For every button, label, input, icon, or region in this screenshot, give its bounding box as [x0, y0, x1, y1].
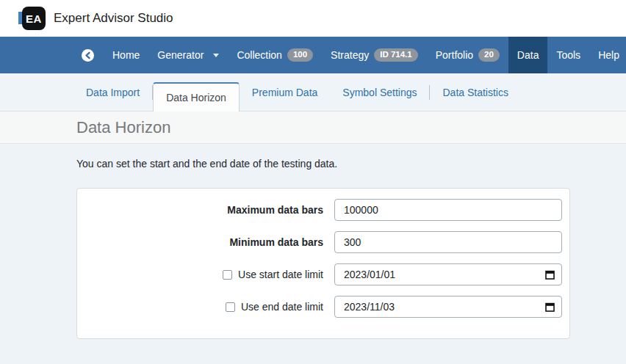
min-data-bars-input[interactable]: [334, 231, 562, 253]
form-row-end-date: Use end date limit 2023/11/03: [77, 296, 569, 318]
tab-data-import[interactable]: Data Import: [73, 87, 152, 98]
app-home-circle-button[interactable]: [72, 37, 104, 73]
calendar-icon[interactable]: [545, 302, 555, 312]
max-data-bars-input[interactable]: [334, 199, 562, 221]
portfolio-count-badge: 20: [478, 48, 500, 62]
app-title: Expert Advisor Studio: [54, 11, 173, 26]
tab-data-horizon[interactable]: Data Horizon: [153, 82, 240, 112]
use-start-date-checkbox[interactable]: [223, 270, 232, 280]
form-row-start-date: Use start date limit 2023/01/01: [77, 263, 569, 285]
end-date-input[interactable]: 2023/11/03: [334, 296, 562, 318]
form-row-max-bars: Maximum data bars: [77, 199, 569, 221]
tab-data-statistics[interactable]: Data Statistics: [430, 87, 520, 98]
caret-down-icon: [213, 54, 219, 57]
logo-ea-mark: EA: [22, 7, 46, 30]
nav-item-strategy[interactable]: Strategy ID 714.1: [322, 37, 427, 73]
nav-item-generator[interactable]: Generator: [148, 37, 228, 73]
start-date-input[interactable]: 2023/01/01: [334, 263, 562, 285]
strategy-id-badge: ID 714.1: [374, 48, 417, 62]
nav-item-home[interactable]: Home: [104, 37, 148, 73]
tab-premium-data[interactable]: Premium Data: [240, 87, 330, 98]
data-horizon-form-panel: Maximum data bars Minimum data bars Use …: [76, 188, 570, 339]
main-navbar: Home Generator Collection 100 Strategy I…: [0, 37, 626, 73]
form-row-min-bars: Minimum data bars: [77, 231, 569, 253]
page-content: You can set the start and the end date o…: [0, 144, 626, 339]
collection-count-badge: 100: [287, 48, 313, 62]
page-description: You can set the start and the end date o…: [76, 158, 626, 170]
use-end-date-checkbox[interactable]: [226, 302, 235, 312]
circle-left-arrow-icon: [82, 49, 94, 62]
min-data-bars-label: Minimum data bars: [229, 236, 323, 248]
app-logo[interactable]: EA: [22, 7, 46, 30]
max-data-bars-label: Maximum data bars: [227, 204, 323, 216]
nav-item-collection[interactable]: Collection 100: [228, 37, 322, 73]
calendar-icon[interactable]: [545, 269, 555, 280]
use-end-date-label[interactable]: Use end date limit: [241, 301, 323, 313]
tab-symbol-settings[interactable]: Symbol Settings: [330, 87, 429, 98]
top-bar: EA Expert Advisor Studio: [0, 0, 626, 37]
page-title: Data Horizon: [76, 118, 170, 137]
nav-item-help[interactable]: Help: [589, 37, 626, 73]
page-header: Data Horizon: [0, 112, 626, 144]
nav-item-data[interactable]: Data: [508, 37, 548, 73]
use-start-date-label[interactable]: Use start date limit: [238, 269, 323, 280]
nav-item-tools[interactable]: Tools: [547, 37, 589, 73]
data-tabs: Data Import Data Horizon Premium Data Sy…: [0, 73, 626, 112]
nav-item-portfolio[interactable]: Portfolio 20: [427, 37, 508, 73]
